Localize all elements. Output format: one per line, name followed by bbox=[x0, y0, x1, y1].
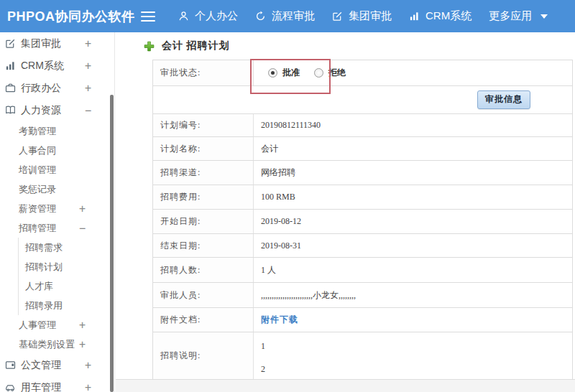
sidebar-item-label: 基础类别设置 bbox=[19, 338, 75, 351]
hamburger-menu-icon[interactable] bbox=[141, 11, 155, 22]
row-label: 招聘渠道: bbox=[153, 161, 254, 185]
row-label: 计划编号: bbox=[153, 114, 254, 136]
radio-unselected-icon[interactable] bbox=[314, 68, 323, 78]
row-label: 审批人员: bbox=[153, 283, 254, 307]
breadcrumb: 会计 招聘计划 bbox=[116, 32, 575, 60]
sidebar-item-CRM系统[interactable]: CRM系统+ bbox=[0, 55, 114, 77]
nav-item-3[interactable]: CRM系统 bbox=[409, 9, 472, 23]
row-label: 计划名称: bbox=[153, 137, 254, 160]
person-icon bbox=[178, 11, 189, 22]
bar-chart-icon bbox=[409, 11, 420, 22]
sidebar-item-label: 招聘需求 bbox=[25, 241, 63, 254]
sidebar-item-奖惩记录[interactable]: 奖惩记录 bbox=[0, 179, 114, 199]
row-value: 附件下载 bbox=[254, 308, 572, 332]
row-label: 招聘人数: bbox=[153, 258, 254, 282]
detail-row-1: 计划名称:会计 bbox=[153, 137, 572, 161]
sidebar-item-label: CRM系统 bbox=[21, 60, 64, 73]
nav-item-2[interactable]: 集团审批 bbox=[332, 9, 392, 23]
sidebar-item-label: 用车管理 bbox=[21, 381, 61, 392]
collapse-icon[interactable]: − bbox=[79, 222, 86, 235]
sidebar-item-人才库[interactable]: 人才库 bbox=[0, 276, 114, 296]
edit-icon bbox=[5, 38, 16, 49]
row-value: 100 RMB bbox=[254, 185, 572, 209]
detail-row-5: 结束日期:2019-08-31 bbox=[153, 234, 572, 258]
sidebar-item-招聘管理[interactable]: 招聘管理− bbox=[0, 218, 114, 238]
sidebar-item-label: 考勤管理 bbox=[19, 125, 56, 138]
row-value: 2019-08-31 bbox=[254, 234, 572, 257]
add-plus-icon bbox=[144, 41, 155, 52]
sidebar-item-薪资管理[interactable]: 薪资管理+ bbox=[0, 199, 114, 218]
nav-item-label: 流程审批 bbox=[272, 9, 315, 23]
collapse-icon[interactable]: − bbox=[85, 104, 91, 117]
sidebar-item-用车管理[interactable]: 用车管理+ bbox=[0, 376, 114, 392]
status-row: 审批状态: 批准拒绝 bbox=[153, 60, 572, 86]
caret-down-icon bbox=[540, 14, 548, 19]
row-value: 20190812111340 bbox=[254, 114, 572, 136]
briefcase-icon bbox=[5, 83, 16, 93]
expand-icon[interactable]: + bbox=[85, 60, 91, 73]
detail-row-0: 计划编号:20190812111340 bbox=[153, 114, 572, 137]
radio-label: 批准 bbox=[282, 67, 300, 79]
sidebar-item-基础类别设置[interactable]: 基础类别设置+ bbox=[0, 335, 114, 354]
nav-item-label: 更多应用 bbox=[489, 9, 532, 23]
nav-item-label: 个人办公 bbox=[195, 9, 238, 23]
description-line: 2 bbox=[261, 363, 572, 375]
page-title: 会计 招聘计划 bbox=[162, 39, 230, 52]
sidebar-item-label: 招聘录用 bbox=[25, 299, 63, 312]
row-value: 12 bbox=[254, 332, 572, 379]
sidebar-item-label: 招聘计划 bbox=[25, 261, 63, 274]
expand-icon[interactable]: + bbox=[85, 37, 91, 50]
cycle-icon bbox=[255, 11, 266, 22]
expand-icon[interactable]: + bbox=[85, 82, 91, 95]
edit-icon bbox=[332, 11, 343, 22]
main-content: 会计 招聘计划 审批状态: 批准拒绝 审批信息 计划编号:20190812111… bbox=[116, 32, 575, 392]
sidebar-item-培训管理[interactable]: 培训管理 bbox=[0, 160, 114, 179]
expand-icon[interactable]: + bbox=[85, 381, 91, 392]
sidebar-scrollbar[interactable] bbox=[110, 95, 114, 392]
expand-icon[interactable]: + bbox=[79, 319, 86, 332]
sidebar-item-label: 招聘管理 bbox=[19, 222, 56, 235]
row-value: 2019-08-12 bbox=[254, 210, 572, 233]
expand-icon[interactable]: + bbox=[79, 202, 86, 215]
book-icon bbox=[5, 105, 16, 116]
radio-option-批准[interactable]: 批准 bbox=[268, 67, 300, 79]
approve-info-button[interactable]: 审批信息 bbox=[477, 90, 530, 109]
sidebar-item-招聘录用[interactable]: 招聘录用 bbox=[0, 296, 114, 315]
radio-selected-icon[interactable] bbox=[268, 68, 277, 78]
attachment-download-link[interactable]: 附件下载 bbox=[261, 314, 298, 326]
top-bar: PHPOA协同办公软件 个人办公流程审批集团审批CRM系统更多应用 bbox=[0, 0, 575, 32]
sidebar-item-行政办公[interactable]: 行政办公+ bbox=[0, 77, 114, 99]
sidebar-item-招聘计划[interactable]: 招聘计划 bbox=[0, 257, 114, 276]
sidebar-item-label: 人事合同 bbox=[19, 144, 56, 157]
expand-icon[interactable]: + bbox=[85, 359, 91, 372]
sidebar-item-label: 培训管理 bbox=[19, 164, 56, 177]
row-value: 1 人 bbox=[254, 258, 572, 282]
sidebar-item-人事管理[interactable]: 人事管理+ bbox=[0, 315, 114, 335]
status-label: 审批状态: bbox=[153, 60, 254, 85]
sidebar-item-考勤管理[interactable]: 考勤管理 bbox=[0, 121, 114, 141]
row-label: 附件文档: bbox=[153, 308, 254, 332]
sidebar-item-人事合同[interactable]: 人事合同 bbox=[0, 141, 114, 160]
sidebar-item-label: 公文管理 bbox=[21, 359, 61, 372]
top-nav: 个人办公流程审批集团审批CRM系统更多应用 bbox=[178, 9, 565, 23]
detail-row-6: 招聘人数:1 人 bbox=[153, 258, 572, 283]
sidebar-item-label: 人才库 bbox=[25, 280, 53, 293]
expand-icon[interactable]: + bbox=[79, 338, 86, 351]
sidebar-item-label: 集团审批 bbox=[21, 37, 61, 50]
nav-item-1[interactable]: 流程审批 bbox=[255, 9, 315, 23]
row-label: 结束日期: bbox=[153, 234, 254, 257]
sidebar-item-招聘需求[interactable]: 招聘需求 bbox=[0, 238, 114, 257]
sidebar-item-label: 奖惩记录 bbox=[19, 183, 56, 196]
nav-item-4[interactable]: 更多应用 bbox=[489, 9, 548, 23]
sidebar-item-人力资源[interactable]: 人力资源− bbox=[0, 99, 114, 121]
nav-item-0[interactable]: 个人办公 bbox=[178, 9, 238, 23]
nav-item-label: 集团审批 bbox=[349, 9, 392, 23]
detail-row-7: 审批人员:,,,,,,,,,,,,,,,,,,,,,,,,小龙女,,,,,,,, bbox=[153, 283, 572, 308]
phpoa-app: PHPOA协同办公软件 个人办公流程审批集团审批CRM系统更多应用 集团审批+C… bbox=[0, 0, 575, 392]
sidebar-item-集团审批[interactable]: 集团审批+ bbox=[0, 32, 114, 55]
detail-row-2: 招聘渠道:网络招聘 bbox=[153, 161, 572, 185]
sidebar-item-label: 行政办公 bbox=[21, 82, 61, 95]
row-value: 会计 bbox=[254, 137, 572, 160]
radio-option-拒绝[interactable]: 拒绝 bbox=[314, 67, 346, 79]
sidebar-item-公文管理[interactable]: 公文管理+ bbox=[0, 354, 114, 376]
